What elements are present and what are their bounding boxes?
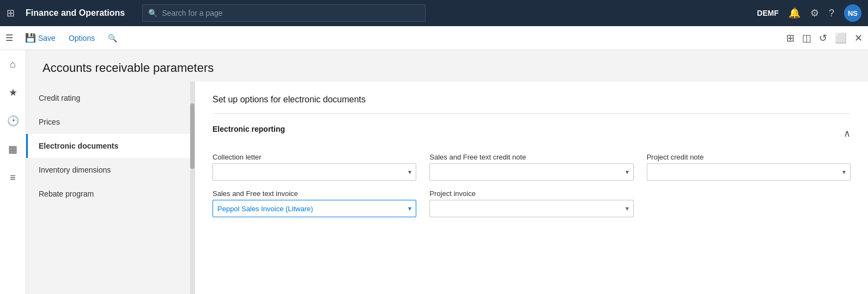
top-nav-right: DEMF 🔔 ⚙ ? NS xyxy=(757,4,861,22)
settings-icon[interactable]: ⚙ xyxy=(810,7,819,19)
main-content: Set up options for electronic documents … xyxy=(195,82,868,294)
nav-item-credit-rating[interactable]: Credit rating xyxy=(26,86,195,110)
select-collection-letter[interactable]: ▾ xyxy=(213,163,416,181)
section-collapse-icon[interactable]: ∧ xyxy=(843,127,851,139)
chevron-project-credit-note: ▾ xyxy=(842,168,846,176)
field-project-invoice: Project invoice ▾ xyxy=(429,189,633,217)
page-title: Accounts receivable parameters xyxy=(43,61,852,75)
search-action-icon[interactable]: 🔍 xyxy=(102,32,123,45)
open-new-icon[interactable]: ⬜ xyxy=(835,32,847,44)
form-grid: Collection letter ▾ Sales and Free text … xyxy=(213,153,851,217)
close-icon[interactable]: ✕ xyxy=(854,32,863,44)
field-project-credit-note: Project credit note ▾ xyxy=(647,153,851,181)
help-icon[interactable]: ? xyxy=(829,8,834,19)
nav-item-rebate-program[interactable]: Rebate program xyxy=(26,182,195,206)
nav-scrollbar[interactable] xyxy=(190,82,195,294)
select-project-credit-note[interactable]: ▾ xyxy=(647,163,851,181)
select-sales-free-text-invoice-value: Peppol Sales Invoice (Litware) xyxy=(217,205,313,213)
user-avatar[interactable]: NS xyxy=(844,4,861,22)
section-description: Set up options for electronic documents xyxy=(213,95,851,114)
search-bar[interactable]: 🔍 xyxy=(142,4,426,22)
options-button[interactable]: Options xyxy=(63,32,100,45)
label-sales-free-text-invoice: Sales and Free text invoice xyxy=(213,189,416,198)
app-title: Finance and Operations xyxy=(26,8,125,18)
label-collection-letter: Collection letter xyxy=(213,153,416,161)
sidebar-clock-icon[interactable]: 🕑 xyxy=(3,111,23,131)
action-bar: ☰ 💾 Save Options 🔍 ⊞ ◫ ↺ ⬜ ✕ xyxy=(0,26,868,50)
chevron-sales-free-text-invoice: ▾ xyxy=(408,205,411,212)
main-layout: ⌂ ★ 🕑 ▦ ≡ Accounts receivable parameters… xyxy=(0,50,868,294)
action-bar-right: ⊞ ◫ ↺ ⬜ ✕ xyxy=(786,32,863,44)
personalize-icon[interactable]: ⊞ xyxy=(786,32,794,44)
select-sales-free-text-credit-note[interactable]: ▾ xyxy=(429,163,633,181)
chevron-sales-free-text-credit-note: ▾ xyxy=(626,168,629,176)
select-project-invoice[interactable]: ▾ xyxy=(429,200,633,217)
company-label: DEMF xyxy=(757,9,779,17)
content-area: Accounts receivable parameters Credit ra… xyxy=(26,50,868,294)
hamburger-icon[interactable]: ☰ xyxy=(5,33,13,43)
sidebar-table-icon[interactable]: ▦ xyxy=(3,139,23,159)
label-project-invoice: Project invoice xyxy=(429,189,633,198)
empty-cell xyxy=(647,189,851,217)
search-icon: 🔍 xyxy=(148,9,157,17)
sidebar-home-icon[interactable]: ⌂ xyxy=(3,54,23,74)
page-body: Credit rating Prices Electronic document… xyxy=(26,82,868,294)
nav-panel: Credit rating Prices Electronic document… xyxy=(26,82,195,294)
sidebar-star-icon[interactable]: ★ xyxy=(3,83,23,102)
field-sales-free-text-credit-note: Sales and Free text credit note ▾ xyxy=(429,153,633,181)
app-grid-icon[interactable]: ⊞ xyxy=(7,7,15,19)
save-label: Save xyxy=(38,34,56,42)
options-label: Options xyxy=(69,34,95,42)
chevron-project-invoice: ▾ xyxy=(626,205,629,212)
save-button[interactable]: 💾 Save xyxy=(20,30,61,45)
label-project-credit-note: Project credit note xyxy=(647,153,851,161)
page-header: Accounts receivable parameters xyxy=(26,50,868,82)
nav-item-electronic-documents[interactable]: Electronic documents xyxy=(26,134,195,158)
save-icon: 💾 xyxy=(25,33,36,43)
top-navigation: ⊞ Finance and Operations 🔍 DEMF 🔔 ⚙ ? NS xyxy=(0,0,868,26)
chevron-collection-letter: ▾ xyxy=(408,168,411,176)
label-sales-free-text-credit-note: Sales and Free text credit note xyxy=(429,153,633,161)
refresh-icon[interactable]: ↺ xyxy=(819,32,827,44)
field-collection-letter: Collection letter ▾ xyxy=(213,153,416,181)
field-sales-free-text-invoice: Sales and Free text invoice Peppol Sales… xyxy=(213,189,416,217)
section-header: Electronic reporting ∧ xyxy=(213,125,851,142)
nav-scrollbar-thumb[interactable] xyxy=(190,103,195,169)
sidebar-list-icon[interactable]: ≡ xyxy=(3,168,23,187)
bell-icon[interactable]: 🔔 xyxy=(788,7,800,19)
nav-item-prices[interactable]: Prices xyxy=(26,110,195,134)
search-input[interactable] xyxy=(162,9,420,17)
nav-item-inventory-dimensions[interactable]: Inventory dimensions xyxy=(26,158,195,182)
select-sales-free-text-invoice[interactable]: Peppol Sales Invoice (Litware) ▾ xyxy=(213,200,416,217)
section-title: Electronic reporting xyxy=(213,125,285,133)
side-icons: ⌂ ★ 🕑 ▦ ≡ xyxy=(0,50,26,294)
column-icon[interactable]: ◫ xyxy=(802,32,811,44)
